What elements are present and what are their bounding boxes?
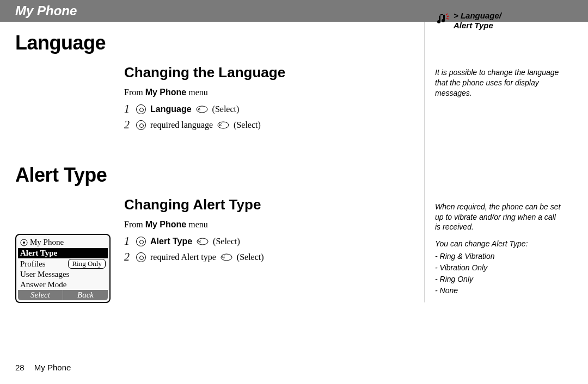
step-number: 2: [124, 119, 132, 131]
phone-menu-label: Profiles: [20, 259, 46, 269]
phone-menu-label: Answer Mode: [20, 280, 66, 289]
step-label: required language: [150, 120, 213, 130]
alert-option: - Vibration Only: [435, 263, 562, 273]
from-prefix: From: [124, 220, 145, 229]
select-key-icon: [217, 121, 229, 129]
phone-frame: My Phone Alert Type Profiles Ring Only U…: [15, 234, 111, 303]
phone-menu-label: User Messages: [20, 270, 69, 279]
step-1: 1 Alert Type (Select): [124, 235, 414, 247]
nav-key-icon: [136, 252, 146, 262]
phone-screenshot: My Phone Alert Type Profiles Ring Only U…: [15, 234, 111, 303]
select-key-icon: [196, 106, 208, 113]
step-1: 1 Language (Select): [124, 103, 414, 115]
breadcrumb-text: > Language/ Alert Type: [454, 11, 501, 30]
page-number: 28: [15, 363, 24, 372]
phone-menu-item: Answer Mode: [18, 280, 108, 290]
step-2: 2 required Alert type (Select): [124, 251, 414, 263]
footer-label: My Phone: [34, 363, 71, 372]
page-footer: 28 My Phone: [15, 363, 71, 372]
phone-title-icon: [20, 239, 28, 246]
softkey-select: Select: [18, 290, 63, 300]
step-label: Alert Type: [150, 237, 192, 246]
alert-option: - None: [435, 286, 562, 296]
right-column: > Language/ Alert Type It is possible to…: [425, 22, 572, 302]
nav-key-icon: [136, 104, 146, 114]
phone-menu-item-selected: Alert Type: [18, 248, 108, 258]
from-bold: My Phone: [145, 88, 187, 97]
step-action: (Select): [212, 104, 240, 114]
breadcrumb: > Language/ Alert Type: [435, 11, 562, 30]
step-number: 1: [124, 235, 132, 247]
select-key-icon: [197, 238, 209, 245]
phone-menu-item: Profiles Ring Only: [18, 258, 108, 269]
section-alerttype-heading: Alert Type: [15, 164, 414, 187]
softkey-back: Back: [63, 290, 108, 300]
sidebar-note-alerttype-block: When required, the phone can be set up t…: [435, 202, 562, 296]
alert-option: - Ring & Vibration: [435, 251, 562, 262]
from-menu-line: From My Phone menu: [124, 88, 414, 97]
phone-softkeys: Select Back: [18, 290, 108, 300]
step-action: (Select): [237, 252, 264, 262]
phone-title-text: My Phone: [30, 238, 64, 247]
step-action: (Select): [213, 237, 240, 246]
phone-title-row: My Phone: [18, 237, 108, 248]
phone-value-badge: Ring Only: [68, 259, 106, 269]
nav-key-icon: [136, 237, 146, 246]
step-number: 2: [124, 251, 132, 263]
breadcrumb-line1: > Language/: [454, 11, 501, 21]
step-action: (Select): [234, 120, 261, 130]
select-key-icon: [220, 253, 232, 261]
from-prefix: From: [124, 88, 145, 97]
section-language-heading: Language: [15, 32, 414, 54]
nav-key-icon: [136, 120, 146, 130]
subsection-changing-language: Changing the Language: [15, 64, 414, 81]
phone-menu-label: Alert Type: [20, 249, 57, 258]
svg-point-5: [23, 241, 25, 244]
from-suffix: menu: [186, 88, 208, 97]
step-label: Language: [150, 104, 192, 114]
music-note-icon: [435, 12, 450, 27]
alert-option: - Ring Only: [435, 274, 562, 284]
sidebar-note-alerttype-2: You can change Alert Type:: [435, 239, 562, 249]
step-2: 2 required language (Select): [124, 119, 414, 131]
step-label: required Alert type: [150, 252, 216, 262]
step-number: 1: [124, 103, 132, 115]
subsection-changing-alerttype: Changing Alert Type: [15, 196, 414, 213]
from-bold: My Phone: [145, 220, 187, 229]
breadcrumb-line2: Alert Type: [454, 21, 501, 30]
header-title: My Phone: [15, 3, 77, 18]
from-menu-line: From My Phone menu: [124, 220, 414, 230]
sidebar-note-alerttype-1: When required, the phone can be set up t…: [435, 202, 562, 233]
instruction-block-language: From My Phone menu 1 Language (Select) 2…: [15, 88, 414, 131]
sidebar-note-language: It is possible to change the language th…: [435, 67, 562, 98]
from-suffix: menu: [186, 220, 208, 229]
phone-menu-item: User Messages: [18, 269, 108, 280]
